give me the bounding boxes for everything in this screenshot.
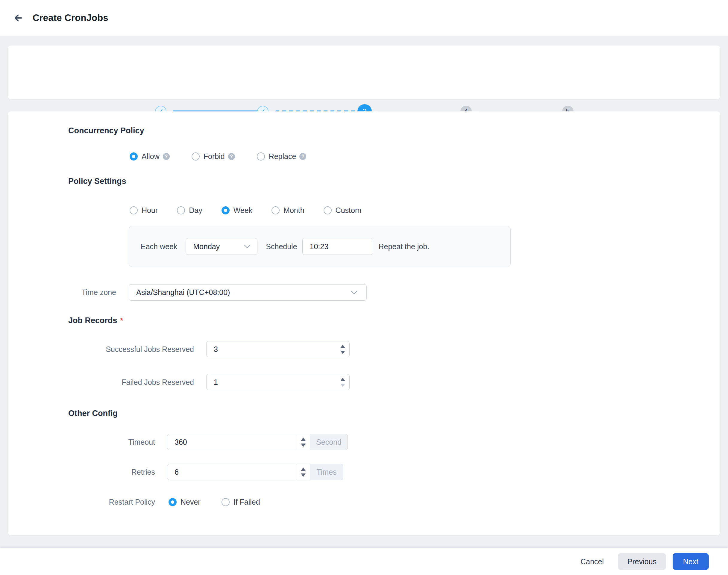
- radio-unselected-icon[interactable]: [271, 206, 280, 214]
- timeout-row: Timeout Second: [8, 434, 720, 450]
- spinner-up-icon[interactable]: [340, 345, 345, 348]
- radio-option-forbid[interactable]: Forbid ?: [191, 152, 235, 161]
- number-spinner: [336, 341, 350, 357]
- retries-input[interactable]: [167, 464, 310, 480]
- radio-option-never[interactable]: Never: [169, 498, 201, 506]
- other-config-heading: Other Config: [68, 408, 118, 418]
- week-schedule-panel: Each week Monday Schedule Repeat the job…: [129, 226, 511, 267]
- cronjob-settings-form: Concurrency Policy Allow ? Forbid ? Repl…: [8, 111, 720, 535]
- each-week-label: Each week: [141, 242, 177, 251]
- retries-row: Retries Times: [8, 464, 720, 480]
- radio-unselected-icon[interactable]: [257, 153, 265, 161]
- timeout-input-wrap: [167, 434, 310, 450]
- weekday-select[interactable]: Monday: [186, 238, 257, 255]
- next-button[interactable]: Next: [672, 553, 709, 570]
- radio-unselected-icon[interactable]: [221, 498, 229, 506]
- retries-label: Retries: [8, 468, 155, 476]
- radio-selected-icon[interactable]: [169, 498, 177, 506]
- cancel-button[interactable]: Cancel: [580, 557, 604, 566]
- schedule-time-input[interactable]: [302, 238, 373, 255]
- successful-jobs-label: Successful Jobs Reserved: [8, 345, 194, 354]
- successful-jobs-input[interactable]: [206, 341, 350, 357]
- page-title: Create CronJobs: [33, 12, 108, 23]
- policy-settings-heading: Policy Settings: [68, 176, 126, 186]
- timezone-row: Time zone Asia/Shanghai (UTC+08:00): [8, 284, 720, 301]
- restart-policy-label: Restart Policy: [8, 498, 155, 506]
- radio-option-day[interactable]: Day: [177, 206, 202, 215]
- failed-jobs-label: Failed Jobs Reserved: [8, 378, 194, 386]
- number-spinner: [336, 374, 350, 390]
- restart-policy-radio-group: Never If Failed: [169, 498, 260, 506]
- spinner-up-icon[interactable]: [301, 468, 305, 471]
- radio-selected-icon[interactable]: [221, 206, 229, 214]
- radio-option-custom[interactable]: Custom: [324, 206, 361, 215]
- radio-unselected-icon[interactable]: [324, 206, 332, 214]
- radio-option-hour[interactable]: Hour: [130, 206, 158, 215]
- radio-unselected-icon[interactable]: [177, 206, 185, 214]
- weekday-select-value: Monday: [186, 242, 220, 251]
- schedule-label: Schedule: [266, 242, 297, 251]
- concurrency-radio-group: Allow ? Forbid ? Replace ?: [130, 152, 306, 161]
- top-bar: Create CronJobs: [0, 0, 728, 36]
- timeout-label: Timeout: [8, 438, 155, 446]
- repeat-note: Repeat the job.: [379, 242, 430, 251]
- help-icon[interactable]: ?: [228, 153, 235, 160]
- radio-option-replace[interactable]: Replace ?: [257, 152, 306, 161]
- spinner-down-icon[interactable]: [301, 473, 305, 477]
- number-spinner: [296, 464, 310, 480]
- policy-radio-group: Hour Day Week Month Custom: [130, 206, 361, 215]
- timezone-select-value: Asia/Shanghai (UTC+08:00): [129, 288, 230, 297]
- radio-option-allow[interactable]: Allow ?: [130, 152, 170, 161]
- failed-jobs-input[interactable]: [206, 374, 350, 390]
- timezone-label: Time zone: [8, 288, 116, 297]
- arrow-left-icon: [13, 12, 24, 23]
- help-icon[interactable]: ?: [299, 153, 306, 160]
- timezone-select[interactable]: Asia/Shanghai (UTC+08:00): [129, 284, 367, 301]
- job-records-heading: Job Records*: [68, 315, 123, 326]
- spinner-down-icon[interactable]: [340, 384, 345, 387]
- failed-jobs-row: Failed Jobs Reserved: [8, 374, 720, 390]
- required-asterisk: *: [120, 316, 123, 325]
- timeout-input[interactable]: [167, 434, 310, 450]
- restart-policy-row: Restart Policy Never If Failed: [8, 494, 720, 510]
- stepper-card: ✓ Basic Information ✓ Container Settings…: [8, 45, 720, 99]
- chevron-down-icon: [351, 291, 357, 294]
- failed-jobs-input-wrap: [206, 374, 350, 390]
- radio-option-week[interactable]: Week: [221, 206, 252, 215]
- radio-selected-icon[interactable]: [130, 153, 138, 161]
- back-button[interactable]: [12, 12, 24, 24]
- spinner-down-icon[interactable]: [301, 443, 305, 447]
- spinner-down-icon[interactable]: [340, 351, 345, 354]
- radio-option-if-failed[interactable]: If Failed: [221, 498, 260, 506]
- number-spinner: [296, 434, 310, 450]
- create-cronjobs-page: Create CronJobs ✓ Basic Information ✓ Co…: [0, 0, 728, 575]
- concurrency-policy-heading: Concurrency Policy: [68, 126, 144, 136]
- chevron-down-icon: [244, 245, 251, 248]
- timeout-unit-addon: Second: [310, 434, 348, 450]
- retries-unit-addon: Times: [310, 464, 343, 480]
- spinner-up-icon[interactable]: [340, 378, 345, 381]
- footer-bar: Cancel Previous Next: [0, 548, 728, 575]
- successful-jobs-row: Successful Jobs Reserved: [8, 341, 720, 357]
- previous-button[interactable]: Previous: [618, 553, 666, 570]
- help-icon[interactable]: ?: [163, 153, 170, 160]
- retries-input-wrap: [167, 464, 310, 480]
- radio-unselected-icon[interactable]: [191, 153, 199, 161]
- spinner-up-icon[interactable]: [301, 438, 305, 441]
- radio-unselected-icon[interactable]: [130, 206, 138, 214]
- radio-option-month[interactable]: Month: [271, 206, 304, 215]
- successful-jobs-input-wrap: [206, 341, 350, 357]
